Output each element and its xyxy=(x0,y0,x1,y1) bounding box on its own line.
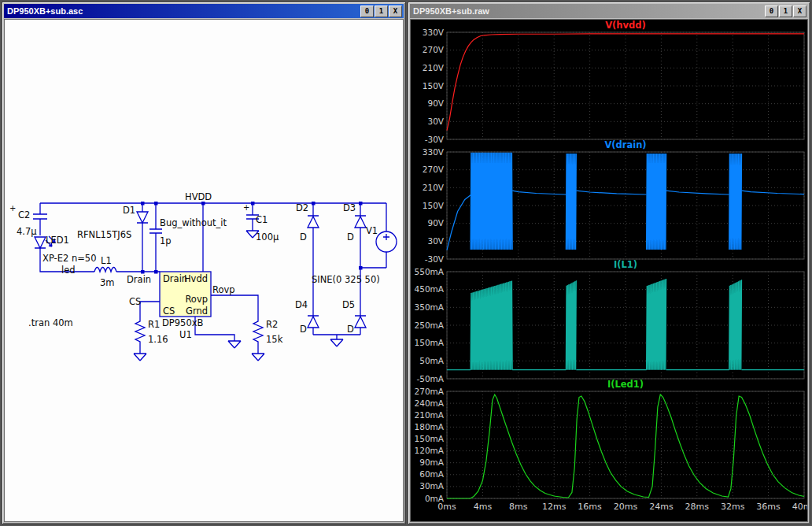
close-button[interactable]: X xyxy=(389,6,402,17)
plot-pane-V(drain)[interactable]: -30V30V90V150V210V270V330VV(drain) xyxy=(423,139,804,264)
r2-value-label[interactable]: 15k xyxy=(266,334,283,345)
net-label-rovp[interactable]: Rovp xyxy=(212,284,235,295)
net-label-drain[interactable]: Drain xyxy=(127,274,151,285)
net-label-hvdd[interactable]: HVDD xyxy=(185,191,212,202)
x-tick-label: 24ms xyxy=(649,502,674,512)
schematic-client: HVDD + C2 4.7µ LED1 XP-E2 n=50 led D1 RF… xyxy=(4,19,404,522)
maximize-button[interactable]: 1 xyxy=(375,6,388,17)
d3-diode-symbol[interactable] xyxy=(355,216,366,228)
v1-value-label[interactable]: SINE(0 325 50) xyxy=(312,274,380,285)
v1-name-label[interactable]: V1 xyxy=(366,225,378,236)
y-tick-label: 30mA xyxy=(419,481,445,491)
v1-source-symbol[interactable] xyxy=(376,232,397,252)
d2-name-label[interactable]: D2 xyxy=(296,202,308,213)
x-tick-label: 0ms xyxy=(437,502,456,512)
minimize-button[interactable]: 0 xyxy=(765,6,778,17)
r1-name-label[interactable]: R1 xyxy=(148,319,160,330)
c2-capacitor-symbol[interactable] xyxy=(33,214,47,219)
schematic-titlebar[interactable]: DP950XB+sub.asc 0 1 X xyxy=(4,4,404,18)
c2-plus-sign: + xyxy=(9,204,16,213)
y-tick-label: 90V xyxy=(427,218,444,228)
y-tick-label: 50mA xyxy=(419,356,445,365)
d5-model-label[interactable]: D xyxy=(347,324,354,335)
y-tick-label: 150mA xyxy=(415,338,445,347)
c2-value-label[interactable]: 4.7µ xyxy=(17,226,37,237)
d2-model-label[interactable]: D xyxy=(300,232,307,243)
y-tick-label: 330V xyxy=(423,147,445,157)
bug-name-label[interactable]: Bug_without_it xyxy=(160,217,227,228)
y-tick-label: 240mA xyxy=(415,398,445,408)
d5-diode-symbol[interactable] xyxy=(355,316,366,328)
x-tick-label: 32ms xyxy=(721,502,745,512)
d3-model-label[interactable]: D xyxy=(347,232,354,243)
d4-diode-symbol[interactable] xyxy=(308,316,319,328)
y-tick-label: 250mA xyxy=(415,320,445,330)
c1-name-label[interactable]: C1 xyxy=(256,214,268,225)
l1-inductor-symbol[interactable] xyxy=(94,268,116,272)
y-tick-label: 350mA xyxy=(415,302,445,312)
d1-diode-symbol[interactable] xyxy=(137,212,148,223)
plot-pane-I(L1)[interactable]: -50mA50mA150mA250mA350mA450mA550mAI(L1) xyxy=(415,259,804,383)
trace-title[interactable]: V(hvdd) xyxy=(605,20,646,31)
r2-resistor-symbol[interactable] xyxy=(253,319,263,344)
minimize-button[interactable]: 0 xyxy=(360,6,374,17)
net-label-cs[interactable]: CS xyxy=(129,296,141,307)
waveform-client: -30V30V90V150V210V270V330VV(hvdd)-30V30V… xyxy=(410,19,808,522)
maximize-button[interactable]: 1 xyxy=(779,6,792,17)
led1-value-label[interactable]: led xyxy=(61,265,76,276)
trace-title[interactable]: I(L1) xyxy=(614,259,637,270)
y-tick-label: 210V xyxy=(423,63,445,72)
trace-title[interactable]: V(drain) xyxy=(604,139,646,150)
schematic-canvas[interactable]: HVDD + C2 4.7µ LED1 XP-E2 n=50 led D1 RF… xyxy=(5,20,404,522)
r1-value-label[interactable]: 1.16 xyxy=(148,334,168,345)
y-tick-label: 270mA xyxy=(415,387,445,396)
d1-model-label[interactable]: RFNL15TJ6S xyxy=(77,229,131,240)
x-tick-label: 40ms xyxy=(792,502,808,512)
bug-capacitor-symbol[interactable] xyxy=(149,229,162,233)
d3-name-label[interactable]: D3 xyxy=(343,202,356,213)
waveform-window-title: DP950XB+sub.raw xyxy=(413,6,765,16)
bug-value-label[interactable]: 1p xyxy=(160,235,172,246)
close-button[interactable]: X xyxy=(793,6,806,17)
c2-name-label[interactable]: C2 xyxy=(18,209,30,220)
d2-diode-symbol[interactable] xyxy=(308,216,319,228)
y-tick-label: 270V xyxy=(423,165,445,174)
c1-value-label[interactable]: 100µ xyxy=(256,232,279,243)
r2-ground-symbol xyxy=(252,354,264,361)
trace-title[interactable]: I(Led1) xyxy=(607,379,644,390)
y-tick-label: 60mA xyxy=(419,469,445,479)
u1-model-label[interactable]: DP950xB xyxy=(162,317,204,328)
y-tick-label: 30V xyxy=(427,117,444,126)
y-tick-label: 550mA xyxy=(415,267,445,276)
waveform-plot[interactable]: -30V30V90V150V210V270V330VV(hvdd)-30V30V… xyxy=(411,20,808,522)
y-tick-label: 180mA xyxy=(415,422,445,432)
x-tick-label: 4ms xyxy=(474,502,493,512)
y-tick-label: 450mA xyxy=(415,284,445,294)
led1-model-label[interactable]: XP-E2 n=50 xyxy=(42,253,97,264)
spice-directive[interactable]: .tran 40m xyxy=(28,317,73,328)
y-tick-label: 90mA xyxy=(419,457,445,467)
u1-pin-hvdd-label: Hvdd xyxy=(184,273,208,284)
y-tick-label: 210V xyxy=(423,183,445,192)
plot-pane-I(Led1)[interactable]: 0mA30mA60mA90mA120mA150mA180mA210mA240mA… xyxy=(415,379,804,503)
led1-name-label[interactable]: LED1 xyxy=(46,235,69,246)
r2-name-label[interactable]: R2 xyxy=(266,319,278,330)
bridge-ground-symbol xyxy=(330,339,343,346)
trace-V(drain) xyxy=(647,154,666,250)
d5-name-label[interactable]: D5 xyxy=(342,299,355,310)
plot-pane-V(hvdd)[interactable]: -30V30V90V150V210V270V330VV(hvdd) xyxy=(423,20,804,144)
trace-V(drain) xyxy=(471,153,512,250)
r1-resistor-symbol[interactable] xyxy=(135,319,145,344)
y-tick-label: 270V xyxy=(423,45,445,54)
d1-name-label[interactable]: D1 xyxy=(123,205,135,216)
l1-value-label[interactable]: 3m xyxy=(100,277,115,288)
d4-name-label[interactable]: D4 xyxy=(295,299,308,310)
trace-V(drain) xyxy=(742,191,804,194)
trace-V(drain) xyxy=(576,191,646,194)
d4-model-label[interactable]: D xyxy=(300,324,307,335)
y-tick-label: 120mA xyxy=(415,446,445,455)
u1-name-label[interactable]: U1 xyxy=(179,329,192,340)
y-tick-label: 330V xyxy=(423,28,445,37)
waveform-titlebar[interactable]: DP950XB+sub.raw 0 1 X xyxy=(410,4,808,18)
l1-name-label[interactable]: L1 xyxy=(101,255,112,266)
